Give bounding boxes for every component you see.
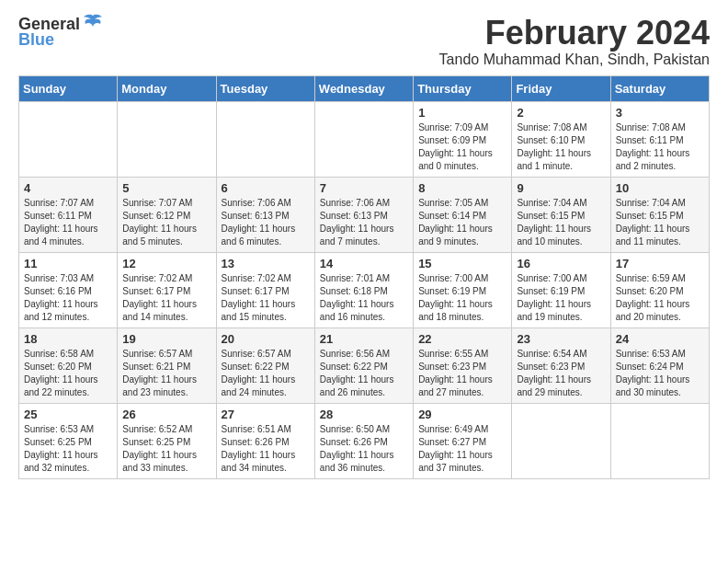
day-number: 2 <box>517 106 605 120</box>
day-info: Sunrise: 7:00 AM Sunset: 6:19 PM Dayligh… <box>517 272 605 324</box>
day-number: 28 <box>320 408 408 421</box>
day-info: Sunrise: 7:08 AM Sunset: 6:11 PM Dayligh… <box>616 121 704 173</box>
day-info: Sunrise: 6:53 AM Sunset: 6:25 PM Dayligh… <box>24 423 112 475</box>
table-row: 25Sunrise: 6:53 AM Sunset: 6:25 PM Dayli… <box>19 403 118 478</box>
col-thursday: Thursday <box>414 75 512 101</box>
col-tuesday: Tuesday <box>216 75 314 101</box>
day-info: Sunrise: 7:00 AM Sunset: 6:19 PM Dayligh… <box>418 272 506 324</box>
table-row: 28Sunrise: 6:50 AM Sunset: 6:26 PM Dayli… <box>314 403 413 478</box>
table-row: 14Sunrise: 7:01 AM Sunset: 6:18 PM Dayli… <box>314 252 413 327</box>
day-info: Sunrise: 6:59 AM Sunset: 6:20 PM Dayligh… <box>616 272 704 324</box>
table-row <box>512 403 610 478</box>
day-info: Sunrise: 7:01 AM Sunset: 6:18 PM Dayligh… <box>320 272 408 324</box>
day-info: Sunrise: 6:57 AM Sunset: 6:21 PM Dayligh… <box>122 348 210 399</box>
logo-bird-icon <box>82 14 104 32</box>
day-number: 26 <box>122 408 210 421</box>
col-monday: Monday <box>118 75 216 101</box>
table-row: 2Sunrise: 7:08 AM Sunset: 6:10 PM Daylig… <box>512 101 610 177</box>
calendar-week-row: 11Sunrise: 7:03 AM Sunset: 6:16 PM Dayli… <box>19 252 710 327</box>
table-row: 13Sunrise: 7:02 AM Sunset: 6:17 PM Dayli… <box>216 252 314 327</box>
col-friday: Friday <box>512 75 610 101</box>
table-row: 20Sunrise: 6:57 AM Sunset: 6:22 PM Dayli… <box>216 327 314 403</box>
calendar-week-row: 18Sunrise: 6:58 AM Sunset: 6:20 PM Dayli… <box>19 327 710 403</box>
table-row: 3Sunrise: 7:08 AM Sunset: 6:11 PM Daylig… <box>610 101 709 177</box>
day-info: Sunrise: 6:50 AM Sunset: 6:26 PM Dayligh… <box>320 423 408 475</box>
table-row: 26Sunrise: 6:52 AM Sunset: 6:25 PM Dayli… <box>118 403 216 478</box>
calendar-header-row: Sunday Monday Tuesday Wednesday Thursday… <box>19 75 710 101</box>
col-saturday: Saturday <box>610 75 709 101</box>
table-row: 29Sunrise: 6:49 AM Sunset: 6:27 PM Dayli… <box>414 403 512 478</box>
day-info: Sunrise: 6:51 AM Sunset: 6:26 PM Dayligh… <box>222 423 310 475</box>
day-number: 19 <box>122 332 210 346</box>
day-number: 6 <box>222 181 310 195</box>
day-number: 20 <box>222 332 310 346</box>
table-row <box>216 101 314 177</box>
table-row: 10Sunrise: 7:04 AM Sunset: 6:15 PM Dayli… <box>610 177 709 252</box>
table-row: 8Sunrise: 7:05 AM Sunset: 6:14 PM Daylig… <box>414 177 512 252</box>
page: General Blue February 2024 Tando Muhamma… <box>0 0 728 494</box>
day-number: 8 <box>418 181 506 195</box>
day-number: 5 <box>122 181 210 195</box>
col-sunday: Sunday <box>19 75 118 101</box>
location: Tando Muhammad Khan, Sindh, Pakistan <box>439 52 710 68</box>
day-number: 29 <box>418 408 506 421</box>
day-number: 9 <box>517 181 605 195</box>
table-row: 15Sunrise: 7:00 AM Sunset: 6:19 PM Dayli… <box>414 252 512 327</box>
day-info: Sunrise: 7:05 AM Sunset: 6:14 PM Dayligh… <box>418 197 506 248</box>
day-number: 17 <box>616 257 704 270</box>
table-row: 24Sunrise: 6:53 AM Sunset: 6:24 PM Dayli… <box>610 327 709 403</box>
table-row: 18Sunrise: 6:58 AM Sunset: 6:20 PM Dayli… <box>19 327 118 403</box>
day-info: Sunrise: 6:58 AM Sunset: 6:20 PM Dayligh… <box>24 348 112 399</box>
day-info: Sunrise: 7:08 AM Sunset: 6:10 PM Dayligh… <box>517 121 605 173</box>
day-number: 27 <box>222 408 310 421</box>
day-info: Sunrise: 6:52 AM Sunset: 6:25 PM Dayligh… <box>122 423 210 475</box>
day-info: Sunrise: 7:06 AM Sunset: 6:13 PM Dayligh… <box>222 197 310 248</box>
day-info: Sunrise: 7:02 AM Sunset: 6:17 PM Dayligh… <box>222 272 310 324</box>
table-row: 11Sunrise: 7:03 AM Sunset: 6:16 PM Dayli… <box>19 252 118 327</box>
day-number: 21 <box>320 332 408 346</box>
logo-blue: Blue <box>18 30 54 50</box>
calendar-table: Sunday Monday Tuesday Wednesday Thursday… <box>18 75 710 479</box>
table-row: 27Sunrise: 6:51 AM Sunset: 6:26 PM Dayli… <box>216 403 314 478</box>
table-row: 17Sunrise: 6:59 AM Sunset: 6:20 PM Dayli… <box>610 252 709 327</box>
day-info: Sunrise: 6:53 AM Sunset: 6:24 PM Dayligh… <box>616 348 704 399</box>
table-row: 23Sunrise: 6:54 AM Sunset: 6:23 PM Dayli… <box>512 327 610 403</box>
day-info: Sunrise: 7:07 AM Sunset: 6:11 PM Dayligh… <box>24 197 112 248</box>
day-info: Sunrise: 7:06 AM Sunset: 6:13 PM Dayligh… <box>320 197 408 248</box>
day-info: Sunrise: 7:04 AM Sunset: 6:15 PM Dayligh… <box>517 197 605 248</box>
table-row: 16Sunrise: 7:00 AM Sunset: 6:19 PM Dayli… <box>512 252 610 327</box>
day-number: 7 <box>320 181 408 195</box>
month-title: February 2024 <box>439 15 710 52</box>
day-number: 12 <box>122 257 210 270</box>
calendar-week-row: 25Sunrise: 6:53 AM Sunset: 6:25 PM Dayli… <box>19 403 710 478</box>
table-row <box>118 101 216 177</box>
col-wednesday: Wednesday <box>314 75 413 101</box>
table-row: 5Sunrise: 7:07 AM Sunset: 6:12 PM Daylig… <box>118 177 216 252</box>
day-number: 22 <box>418 332 506 346</box>
day-number: 4 <box>24 181 112 195</box>
table-row: 22Sunrise: 6:55 AM Sunset: 6:23 PM Dayli… <box>414 327 512 403</box>
day-number: 16 <box>517 257 605 270</box>
table-row <box>19 101 118 177</box>
table-row: 12Sunrise: 7:02 AM Sunset: 6:17 PM Dayli… <box>118 252 216 327</box>
day-info: Sunrise: 6:55 AM Sunset: 6:23 PM Dayligh… <box>418 348 506 399</box>
day-number: 14 <box>320 257 408 270</box>
day-number: 18 <box>24 332 112 346</box>
day-info: Sunrise: 7:04 AM Sunset: 6:15 PM Dayligh… <box>616 197 704 248</box>
calendar-week-row: 4Sunrise: 7:07 AM Sunset: 6:11 PM Daylig… <box>19 177 710 252</box>
day-info: Sunrise: 7:03 AM Sunset: 6:16 PM Dayligh… <box>24 272 112 324</box>
day-number: 10 <box>616 181 704 195</box>
title-block: February 2024 Tando Muhammad Khan, Sindh… <box>439 15 710 68</box>
header: General Blue February 2024 Tando Muhamma… <box>18 15 710 68</box>
day-number: 15 <box>418 257 506 270</box>
table-row: 1Sunrise: 7:09 AM Sunset: 6:09 PM Daylig… <box>414 101 512 177</box>
day-number: 13 <box>222 257 310 270</box>
table-row: 19Sunrise: 6:57 AM Sunset: 6:21 PM Dayli… <box>118 327 216 403</box>
day-info: Sunrise: 7:07 AM Sunset: 6:12 PM Dayligh… <box>122 197 210 248</box>
day-info: Sunrise: 6:49 AM Sunset: 6:27 PM Dayligh… <box>418 423 506 475</box>
day-number: 24 <box>616 332 704 346</box>
calendar-week-row: 1Sunrise: 7:09 AM Sunset: 6:09 PM Daylig… <box>19 101 710 177</box>
day-info: Sunrise: 7:09 AM Sunset: 6:09 PM Dayligh… <box>418 121 506 173</box>
day-number: 23 <box>517 332 605 346</box>
day-number: 25 <box>24 408 112 421</box>
